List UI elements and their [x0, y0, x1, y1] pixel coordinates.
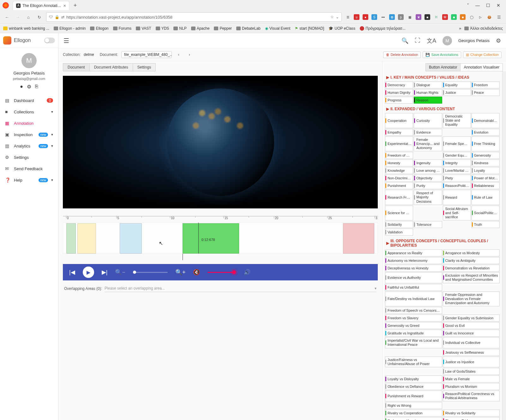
logout-icon[interactable]: ⎘	[35, 84, 38, 90]
concept-chip[interactable]: Curiosity	[414, 113, 442, 128]
concept-chip[interactable]: Truth	[472, 221, 500, 228]
sidebar-item-analytics[interactable]: ▥ Analytics new ▾	[0, 140, 58, 152]
doc-prev-button[interactable]: ‹	[175, 51, 183, 58]
sidebar-item-help[interactable]: ❓ Help new ▾	[0, 174, 58, 186]
timeline-segment[interactable]	[343, 223, 375, 254]
playhead[interactable]	[198, 223, 199, 254]
concept-chip[interactable]: Human Rights	[414, 89, 442, 96]
section-header-2[interactable]: ▶II. EXPANDED / VARIOUS CONTENT	[385, 105, 500, 113]
video-frame[interactable]	[63, 76, 378, 208]
ext-s-icon[interactable]: S	[371, 14, 377, 20]
bookmark-vast[interactable]: VAST	[136, 26, 151, 31]
concept-chip[interactable]: Justice vs Injustice	[443, 357, 500, 367]
concept-chip[interactable]: Rivalry vs Solidarity	[443, 410, 500, 417]
concept-chip[interactable]: Research Freedom	[385, 190, 413, 205]
concept-chip[interactable]: Rivalry vs Cooperation	[385, 410, 442, 417]
concept-chip[interactable]: Democracy	[385, 81, 413, 88]
volume-icon[interactable]: 🔊	[244, 269, 250, 276]
concept-chip[interactable]: Justice	[443, 89, 471, 96]
concept-chip[interactable]: Knowledge	[385, 167, 413, 174]
concept-chip[interactable]: Rule of Law	[472, 190, 500, 205]
ext-circ-icon[interactable]: ◯	[469, 14, 474, 20]
delete-annotation-button[interactable]: 🗑Delete Annotation	[383, 51, 421, 58]
zoom-thumb[interactable]	[133, 271, 136, 274]
dark-mode-toggle[interactable]	[44, 38, 55, 43]
concept-chip[interactable]: Social/Political Fu...	[472, 206, 500, 221]
concept-chip[interactable]: Respect of Majority Decisions	[414, 190, 442, 205]
sidebar-item-annotation[interactable]: ▦ Annotation	[0, 117, 58, 129]
sidebar-item-inspection[interactable]: ▣ Inspection new ▾	[0, 129, 58, 140]
ext-p-icon[interactable]: p	[398, 14, 404, 20]
concept-chip[interactable]: Deceptiveness vs Honesty	[385, 265, 442, 272]
concept-chip[interactable]: Reliableness	[472, 182, 500, 189]
browser-tab[interactable]: A The Ellogon Annotation Platfo ×	[13, 1, 69, 10]
ext-dark-icon[interactable]: ■	[425, 14, 430, 20]
concept-chip[interactable]: Individual vs Collective	[443, 337, 500, 348]
concept-chip[interactable]: Obedience vs Defiance	[385, 383, 442, 390]
play-button[interactable]: ▶	[83, 267, 94, 278]
ext-gear-icon[interactable]: ✿	[389, 14, 395, 20]
overlap-select[interactable]: Please select an overlapping area... ▾	[105, 285, 376, 292]
zoom-slider[interactable]	[133, 272, 168, 273]
concept-chip[interactable]: Loyalty vs Disloyalty	[385, 375, 442, 382]
ext-dots-icon[interactable]: •••	[380, 14, 386, 20]
concept-chip[interactable]: Female Speech	[443, 136, 471, 152]
concept-chip[interactable]: Human Dignity	[385, 89, 413, 96]
sidebar-item-settings[interactable]: ⚙ Settings	[0, 152, 58, 163]
sidebar-item-dashboard[interactable]: ▤ Dashboard 0	[0, 95, 58, 106]
forward-button[interactable]: →	[14, 13, 21, 21]
chevron-down-icon[interactable]: ˅	[467, 3, 469, 8]
concept-chip[interactable]: Evolution	[472, 129, 500, 136]
hamburger-icon[interactable]: ☰	[63, 37, 69, 45]
concept-chip[interactable]: Progress	[385, 97, 413, 104]
zoom-in-icon[interactable]: 🔍+	[175, 269, 186, 276]
concept-chip[interactable]: Loyalty	[472, 167, 500, 174]
concept-chip[interactable]: Objectivity	[414, 175, 442, 182]
ext-hvid-icon[interactable]: H	[433, 14, 439, 20]
bookmark-uop[interactable]: 🎓UOP eClass	[328, 26, 355, 31]
concept-chip[interactable]: Tolerance	[414, 221, 442, 228]
tab-settings[interactable]: Settings	[133, 63, 156, 71]
concept-chip[interactable]: Pluralism vs Monism	[443, 383, 500, 390]
concept-chip[interactable]: Empathy	[385, 129, 413, 136]
bookmark-apache[interactable]: Apache	[191, 26, 210, 31]
tab-button-annotator[interactable]: Button Annotator	[425, 63, 461, 71]
concept-chip[interactable]: Fate/Destiny vs Individual Law	[385, 291, 442, 307]
concept-chip[interactable]: Imperialist/Civil War vs Local and Inter…	[385, 337, 442, 348]
doc-next-button[interactable]: ›	[186, 51, 193, 58]
concept-chip[interactable]: Shame vs Pride	[443, 417, 500, 420]
concept-chip[interactable]: Female Emancip... and Autonomy	[414, 136, 442, 152]
settings-icon[interactable]: ⚙	[27, 84, 31, 90]
concept-chip[interactable]: Appearance vs Reality	[385, 249, 442, 256]
tab-document[interactable]: Document	[63, 63, 90, 71]
bookmark-pepper[interactable]: Pepper	[214, 26, 232, 31]
change-collection-button[interactable]: ▥Change Collection	[463, 51, 502, 58]
overflow-button[interactable]: »	[459, 26, 461, 31]
concept-chip[interactable]: Gratitude vs Ingratitude	[385, 330, 442, 337]
concept-chip[interactable]: Honesty	[385, 159, 413, 166]
home-button[interactable]: ⌂	[25, 13, 32, 21]
concept-chip[interactable]: Gender Equality vs Submission	[443, 315, 500, 321]
timeline-mini[interactable]	[63, 254, 378, 260]
concept-chip[interactable]: Autonomy vs Heteronomy	[385, 257, 442, 264]
concept-chip[interactable]: Peace	[472, 89, 500, 96]
concept-chip[interactable]: Arrogance vs Modesty	[443, 249, 500, 256]
concept-chip[interactable]: Cooperation	[385, 113, 413, 128]
bookmark-ellogon-admin[interactable]: Ellogon - admin	[54, 26, 86, 31]
abp-icon[interactable]: ●	[363, 14, 368, 20]
concept-chip[interactable]: Piety	[443, 175, 471, 182]
concept-chip[interactable]: Justice/Fairness vs Unfairness/Abuse of …	[385, 357, 442, 367]
concept-chip[interactable]: Science for Public...	[385, 206, 413, 221]
concept-chip[interactable]: Non-Discrimination	[385, 175, 413, 182]
star-icon[interactable]: ☆	[330, 15, 334, 19]
concept-chip[interactable]: Sadness vs Happiness	[385, 417, 442, 420]
translate-icon[interactable]: 文A	[427, 37, 436, 45]
concept-chip[interactable]: Clarity vs Ambiguity	[443, 257, 500, 264]
ext-g-icon[interactable]: ■	[451, 14, 457, 20]
concept-chip[interactable]: Kindness	[472, 159, 500, 166]
concept-chip[interactable]: Freedom vs Slavery	[385, 315, 442, 321]
concept-chip[interactable]: Integrity	[443, 159, 471, 166]
ext-cookie-icon[interactable]: 🍪	[486, 14, 492, 20]
pocket-icon[interactable]: ⌄	[336, 15, 339, 19]
concept-chip[interactable]: Purity	[414, 182, 442, 189]
